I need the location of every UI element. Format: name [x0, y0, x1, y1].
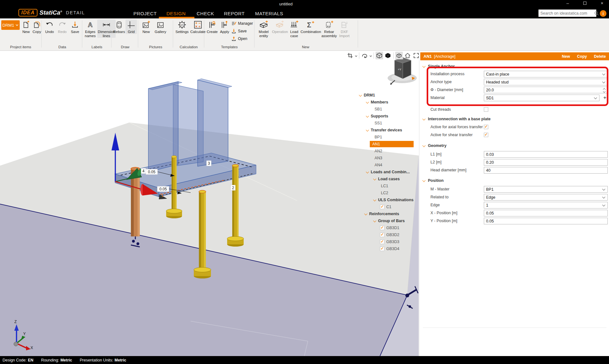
- tree-item-supports[interactable]: Supports: [366, 113, 388, 119]
- solid-view-button[interactable]: [384, 52, 392, 59]
- tree-item-gb3d3[interactable]: GB3D3: [380, 239, 399, 245]
- shear-transfer-checkbox[interactable]: [484, 133, 488, 137]
- checkbox-checked[interactable]: [380, 247, 384, 251]
- chevron-down-icon[interactable]: [423, 144, 425, 147]
- tree-item-c1[interactable]: C1: [380, 204, 391, 210]
- tree-item-drm1[interactable]: DRM1: [359, 92, 375, 98]
- l1-input[interactable]: 0.03: [484, 151, 608, 158]
- tree-item-transfer-devices[interactable]: Transfer devices: [366, 127, 402, 133]
- new-load-case-button[interactable]: Load case: [288, 20, 301, 38]
- tree-item-gb3d4[interactable]: GB3D4: [380, 246, 399, 252]
- edge-select[interactable]: 1: [484, 202, 608, 208]
- wireframe-view-button[interactable]: [376, 52, 383, 59]
- tree-item-members[interactable]: Members: [366, 99, 388, 105]
- panel-copy-button[interactable]: Copy: [577, 54, 587, 59]
- checkbox-checked[interactable]: [380, 226, 384, 230]
- section-interconnection[interactable]: Interconnection with a base plate: [423, 117, 491, 121]
- 3d-viewport[interactable]: 4 0.05 0.05 1 3 2 +Y: [0, 51, 419, 356]
- save-button[interactable]: Save: [69, 20, 81, 34]
- gallery-button[interactable]: Gallery: [153, 20, 168, 34]
- chevron-down-icon[interactable]: [374, 178, 376, 180]
- tab-project[interactable]: PROJECT: [133, 11, 157, 16]
- checkbox-checked[interactable]: [380, 240, 384, 244]
- chevron-down-icon[interactable]: [366, 129, 369, 131]
- l2-input[interactable]: 0.20: [484, 159, 608, 166]
- tab-report[interactable]: REPORT: [224, 11, 245, 16]
- axial-transfer-checkbox[interactable]: [484, 125, 488, 129]
- home-view-button[interactable]: [404, 52, 411, 59]
- tree-item-gb3d1[interactable]: GB3D1: [380, 225, 399, 231]
- tree-item-an1-selected[interactable]: AN1: [370, 141, 414, 147]
- edges-names-button[interactable]: A Edges names: [83, 20, 97, 38]
- tree-item-an4[interactable]: AN4: [375, 162, 382, 168]
- maximize-button[interactable]: [580, 1, 589, 6]
- panel-new-button[interactable]: New: [562, 54, 570, 59]
- head-diameter-input[interactable]: 40: [484, 167, 608, 174]
- tree-item-load-cases[interactable]: Load cases: [374, 176, 400, 182]
- chevron-down-icon[interactable]: [366, 115, 369, 117]
- diameter-input[interactable]: 20.0: [484, 87, 608, 93]
- new-model-entity-button[interactable]: Model entity: [256, 20, 271, 38]
- settings-button[interactable]: </> Settings: [175, 20, 189, 34]
- undo-button[interactable]: Undo: [43, 20, 56, 34]
- installation-process-select[interactable]: Cast-in place: [484, 71, 608, 77]
- chevron-down-icon[interactable]: [423, 118, 425, 120]
- checkbox-checked[interactable]: [380, 233, 384, 237]
- tree-item-lc1[interactable]: LC1: [381, 183, 388, 189]
- tree-item-an3[interactable]: AN3: [375, 155, 382, 161]
- template-open-button[interactable]: Open: [231, 36, 247, 41]
- spinner-arrows[interactable]: [603, 88, 606, 92]
- chevron-down-icon[interactable]: [369, 53, 372, 58]
- related-to-select[interactable]: Edge: [484, 194, 608, 201]
- new-operation-button[interactable]: Operation: [272, 20, 287, 34]
- tree-item-sb1[interactable]: SB1: [375, 106, 382, 112]
- create-template-button[interactable]: Create: [206, 20, 219, 34]
- chevron-down-icon[interactable]: [366, 171, 369, 173]
- rebars-button[interactable]: Rebars: [113, 20, 125, 34]
- chevron-down-icon[interactable]: [355, 53, 357, 58]
- tree-item-gb3d2[interactable]: GB3D2: [380, 232, 399, 238]
- tree-item-reinforcements[interactable]: Reinforcements: [365, 211, 399, 217]
- tree-item-lc2[interactable]: LC2: [381, 190, 388, 196]
- panel-delete-button[interactable]: Delete: [594, 54, 606, 59]
- section-single-anchor[interactable]: Single Anchor: [423, 64, 455, 69]
- section-crop-tool[interactable]: [346, 52, 354, 59]
- project-item-selector[interactable]: DRM1: [1, 20, 20, 30]
- checkbox-checked[interactable]: [380, 205, 384, 209]
- cut-threads-checkbox[interactable]: [484, 107, 488, 112]
- anchor-an1-selected[interactable]: [131, 167, 140, 247]
- chevron-down-icon[interactable]: [365, 213, 367, 215]
- chevron-down-icon[interactable]: [374, 220, 376, 222]
- tree-item-ss1[interactable]: SS1: [375, 120, 382, 126]
- new-picture-button[interactable]: New: [140, 20, 152, 34]
- calculate-button[interactable]: +−×÷ Calculate: [190, 20, 206, 34]
- master-select[interactable]: BP1: [484, 186, 608, 193]
- grid-button[interactable]: Grid: [125, 20, 137, 34]
- tree-item-group-of-bars[interactable]: Group of Bars: [374, 218, 405, 224]
- close-button[interactable]: ×: [598, 1, 606, 6]
- apply-template-button[interactable]: Apply: [219, 20, 231, 34]
- dxf-import-button[interactable]: DXF DXF Import: [338, 20, 351, 38]
- template-save-button[interactable]: Save: [231, 29, 247, 34]
- material-select[interactable]: SD1: [484, 95, 599, 101]
- info-icon[interactable]: i: [600, 10, 606, 17]
- new-rebar-assembly-button[interactable]: Rebar assembly: [321, 20, 337, 38]
- tab-design[interactable]: DESIGN: [166, 11, 186, 16]
- clipped-view-button[interactable]: [395, 52, 403, 59]
- section-geometry[interactable]: Geometry: [423, 143, 446, 148]
- new-project-item-button[interactable]: New: [20, 20, 32, 34]
- search-input[interactable]: [538, 11, 593, 16]
- chevron-down-icon[interactable]: [359, 94, 362, 96]
- search-icon[interactable]: [593, 10, 600, 17]
- tab-materials[interactable]: MATERIALS: [255, 11, 283, 16]
- template-manager-button[interactable]: Manager: [231, 21, 253, 26]
- copy-project-item-button[interactable]: Copy: [31, 20, 43, 34]
- tree-item-an2[interactable]: AN2: [375, 148, 382, 154]
- tree-item-bp1[interactable]: BP1: [375, 134, 382, 140]
- chevron-down-icon[interactable]: [366, 101, 369, 103]
- tree-item-loads-and-combinations[interactable]: Loads and Combin...: [366, 169, 410, 175]
- chevron-down-icon[interactable]: [423, 65, 425, 68]
- y-position-input[interactable]: 0.05: [484, 218, 608, 224]
- tab-check[interactable]: CHECK: [197, 11, 214, 16]
- minimize-button[interactable]: –: [563, 1, 572, 6]
